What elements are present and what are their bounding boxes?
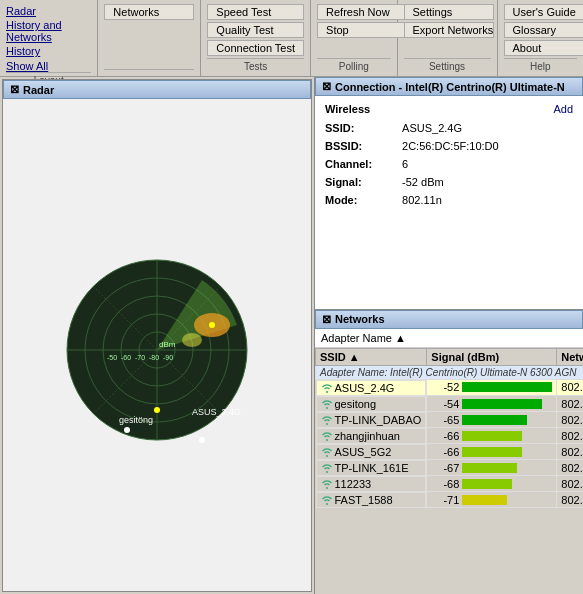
svg-text:-70: -70 — [135, 354, 145, 361]
bssid-value: 2C:56:DC:5F:10:D0 — [396, 137, 538, 155]
ssid-cell: FAST_1588 — [316, 492, 427, 508]
table-row[interactable]: ASUS_5G2 -66 802.11nAES-CCMPWPA2/PSK — [316, 444, 584, 460]
table-row[interactable]: ASUS_2.4G -52 802.11nAES-CCMPWPA2/PSK — [316, 379, 584, 396]
signal-cell: -67 — [427, 460, 557, 476]
wifi-icon — [321, 382, 333, 394]
mode-extra — [538, 191, 579, 209]
wifi-icon — [321, 462, 333, 474]
radar-panel: ⊠ Radar — [2, 79, 312, 592]
svg-point-22 — [209, 322, 215, 328]
col-signal[interactable]: Signal (dBm) — [427, 348, 557, 365]
table-row[interactable]: TP-LINK_161E -67 802.11nAES-CCMPWPA2/PSK — [316, 460, 584, 476]
ssid-cell: gesitong — [316, 396, 427, 412]
ssid-cell: TP-LINK_DABAO — [316, 412, 427, 428]
channel-row: Channel: 6 — [319, 155, 579, 173]
wifi-icon — [321, 398, 333, 410]
table-row[interactable]: gesitong -54 802.11nAES-CCMPWPA2/PSK — [316, 396, 584, 412]
mode-cell: 802.11n — [557, 396, 583, 412]
bssid-label: BSSID: — [319, 137, 396, 155]
ssid-cell: zhangjinhuan — [316, 428, 427, 444]
connection-test-btn[interactable]: Connection Test — [207, 40, 304, 56]
quality-test-btn[interactable]: Quality Test — [207, 22, 304, 38]
signal-cell: -65 — [427, 412, 557, 428]
svg-text:-80: -80 — [149, 354, 159, 361]
about-btn[interactable]: About — [504, 40, 583, 56]
signal-cell: -66 — [427, 444, 557, 460]
export-networks-btn[interactable]: Export Networks — [404, 22, 494, 38]
radar-header: ⊠ Radar — [3, 80, 311, 99]
sidebar-item-history[interactable]: History — [6, 44, 91, 58]
table-row[interactable]: TP-LINK_DABAO -65 802.11nAES-CCMPWPA2/PS… — [316, 412, 584, 428]
networks-btn[interactable]: Networks — [104, 4, 194, 20]
glossary-btn[interactable]: Glossary — [504, 22, 583, 38]
signal-cell: -66 — [427, 428, 557, 444]
channel-value: 6 — [396, 155, 538, 173]
networks-group: Networks — [98, 0, 201, 76]
signal-value: -52 dBm — [396, 173, 538, 191]
radar-visualization: dBm -50 -60 -70 -80 -90 gesitöng ASUS_2.… — [47, 245, 267, 445]
networks-table-container[interactable]: SSID Signal (dBm) Network Mode Default E… — [315, 348, 583, 594]
right-panel: ⊠ Connection - Intel(R) Centrino(R) Ulti… — [315, 77, 583, 594]
show-all-link[interactable]: Show All — [6, 60, 91, 72]
table-row[interactable]: 112233 -68 802.11nAES-C /itWPA2/PSK — [316, 476, 584, 492]
polling-group: Refresh Now Stop Polling — [311, 0, 397, 76]
polling-label: Polling — [317, 58, 390, 72]
bssid-extra — [538, 137, 579, 155]
ssid-cell: 112233 — [316, 476, 427, 492]
wifi-icon — [321, 430, 333, 442]
refresh-now-btn[interactable]: Refresh Now — [317, 4, 407, 20]
mode-cell: 802.11n — [557, 428, 583, 444]
speed-test-btn[interactable]: Speed Test — [207, 4, 304, 20]
wifi-icon — [321, 478, 333, 490]
channel-extra — [538, 155, 579, 173]
mode-cell: 802.11n — [557, 444, 583, 460]
networks-label — [104, 69, 194, 72]
radar-collapse-icon[interactable]: ⊠ — [10, 83, 19, 96]
svg-text:-90: -90 — [163, 354, 173, 361]
toolbar: Radar History and Networks History Show … — [0, 0, 583, 77]
svg-text:dBm: dBm — [159, 340, 176, 349]
connection-section: ⊠ Connection - Intel(R) Centrino(R) Ulti… — [315, 77, 583, 310]
networks-header: ⊠ Networks — [315, 310, 583, 329]
sidebar-item-history-networks[interactable]: History and Networks — [6, 18, 91, 44]
connection-header: ⊠ Connection - Intel(R) Centrino(R) Ulti… — [315, 77, 583, 96]
users-guide-btn[interactable]: User's Guide — [504, 4, 583, 20]
adapter-name-label: Adapter Name — [321, 332, 392, 344]
channel-label: Channel: — [319, 155, 396, 173]
settings-btn[interactable]: Settings — [404, 4, 494, 20]
ssid-label: SSID: — [319, 119, 396, 137]
table-row[interactable]: FAST_1588 -71 802.11n — [316, 492, 584, 508]
adapter-group-row: Adapter Name: Intel(R) Centrino(R) Ultim… — [316, 365, 584, 379]
networks-section: ⊠ Networks Adapter Name ▲ SSID Signal (d… — [315, 310, 583, 594]
signal-cell: -54 — [427, 396, 557, 412]
mode-label: Mode: — [319, 191, 396, 209]
radar-content: dBm -50 -60 -70 -80 -90 gesitöng ASUS_2.… — [3, 99, 311, 591]
settings-label: Settings — [404, 58, 491, 72]
col-ssid[interactable]: SSID — [316, 348, 427, 365]
adapter-name-bar: Adapter Name ▲ — [315, 329, 583, 348]
mode-cell: 802.11n — [557, 379, 583, 396]
settings-group: Settings Export Networks Settings — [398, 0, 498, 76]
mode-value: 802.11n — [396, 191, 538, 209]
main-area: ⊠ Radar — [0, 77, 583, 594]
wifi-icon — [321, 446, 333, 458]
bssid-row: BSSID: 2C:56:DC:5F:10:D0 — [319, 137, 579, 155]
help-group: User's Guide Glossary About Help — [498, 0, 583, 76]
svg-point-24 — [199, 437, 205, 443]
table-row[interactable]: zhangjinhuan -66 802.11nAES-CCMPWPA2/PSK — [316, 428, 584, 444]
wireless-label: Wireless — [319, 100, 538, 119]
stop-btn[interactable]: Stop — [317, 22, 407, 38]
networks-collapse-icon[interactable]: ⊠ — [322, 313, 331, 326]
svg-point-23 — [124, 427, 130, 433]
connection-collapse-icon[interactable]: ⊠ — [322, 80, 331, 93]
mode-row: Mode: 802.11n — [319, 191, 579, 209]
svg-point-10 — [182, 333, 202, 347]
mode-cell: 802.11n — [557, 492, 583, 508]
signal-row: Signal: -52 dBm — [319, 173, 579, 191]
connection-title: Connection - Intel(R) Centrino(R) Ultima… — [335, 81, 565, 93]
layout-group: Radar History and Networks History Show … — [0, 0, 98, 76]
add-button[interactable]: Add — [538, 100, 579, 119]
sidebar-item-radar[interactable]: Radar — [6, 4, 91, 18]
col-mode[interactable]: Network Mode — [557, 348, 583, 365]
connection-content: Wireless Add SSID: ASUS_2.4G BSSID: 2C:5… — [315, 96, 583, 309]
